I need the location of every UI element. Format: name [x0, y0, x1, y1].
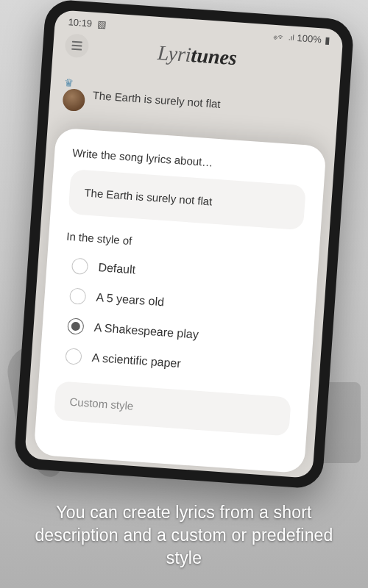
- tablet-screen: 10:19 ▧ ⊚ᯤ .ıl 100% ▮ Lyritunes ♛: [24, 10, 344, 478]
- crown-icon: ♛: [63, 76, 74, 89]
- clock-text: 10:19: [68, 16, 93, 29]
- battery-icon: ▮: [324, 35, 330, 46]
- avatar: [62, 88, 85, 112]
- radio-label: A 5 years old: [96, 291, 165, 309]
- logo-part-1: Lyri: [157, 41, 192, 66]
- tablet-frame: 10:19 ▧ ⊚ᯤ .ıl 100% ▮ Lyritunes ♛: [13, 0, 355, 490]
- prompt-input[interactable]: The Earth is surely not flat: [68, 169, 305, 230]
- battery-text: 100%: [297, 32, 322, 45]
- status-right: ⊚ᯤ .ıl 100% ▮: [272, 31, 330, 46]
- style-radio-group: Default A 5 years old A Shakespeare play…: [57, 250, 301, 387]
- status-time: 10:19 ▧: [68, 16, 107, 30]
- radio-icon: [69, 287, 86, 304]
- radio-label: Default: [98, 261, 136, 276]
- marketing-caption: You can create lyrics from a short descr…: [15, 501, 353, 570]
- wifi-icon: ⊚ᯤ: [273, 32, 286, 41]
- signal-icon: .ıl: [289, 33, 295, 42]
- lyrics-prompt-sheet: Write the song lyrics about… The Earth i…: [34, 128, 327, 474]
- radio-label: A scientific paper: [91, 351, 181, 370]
- previous-song-title: The Earth is surely not flat: [92, 89, 221, 110]
- custom-style-input[interactable]: Custom style: [54, 381, 291, 436]
- radio-label: A Shakespeare play: [93, 321, 199, 342]
- menu-button[interactable]: [64, 33, 89, 58]
- logo-part-2: tunes: [191, 43, 238, 69]
- app-logo: Lyritunes: [157, 41, 238, 69]
- radio-icon: [65, 348, 82, 365]
- radio-icon: [67, 318, 84, 334]
- screenshot-icon: ▧: [94, 18, 107, 30]
- radio-icon: [71, 257, 88, 274]
